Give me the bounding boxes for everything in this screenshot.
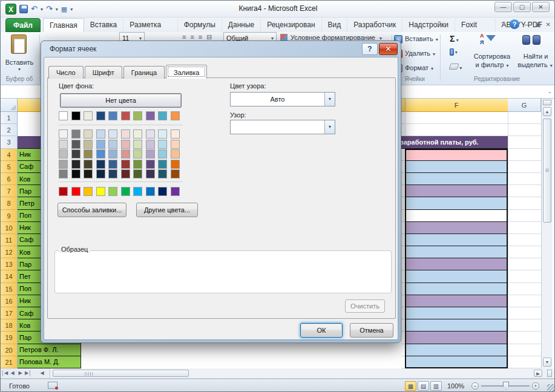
scroll-down-icon[interactable]: ▼ <box>543 358 551 367</box>
cell-f9[interactable] <box>405 210 508 222</box>
row-header[interactable]: 9 <box>1 210 18 222</box>
cancel-button[interactable]: Отмена <box>350 323 393 338</box>
color-swatch[interactable] <box>133 169 142 178</box>
dialog-help-icon[interactable]: ? <box>362 43 378 55</box>
tab-file[interactable]: Файл <box>5 18 41 32</box>
color-swatch[interactable] <box>108 111 117 120</box>
tab-split-handle[interactable] <box>547 370 552 377</box>
prev-sheet-icon[interactable]: ◀ <box>8 368 16 378</box>
dialog-tab-Граница[interactable]: Граница <box>123 66 165 79</box>
cell-f8[interactable] <box>405 197 508 209</box>
color-swatch[interactable] <box>96 140 105 149</box>
next-sheet-icon[interactable]: ▶ <box>16 368 24 378</box>
color-swatch[interactable] <box>84 169 93 178</box>
combo-arrow-icon[interactable] <box>324 93 335 106</box>
row-header[interactable]: 16 <box>1 295 18 307</box>
cell-f11[interactable] <box>405 234 508 246</box>
color-swatch[interactable] <box>71 187 80 196</box>
paste-dropdown-icon[interactable]: ▾ <box>2 67 37 72</box>
ribbon-tab-Формулы[interactable]: Формулы <box>178 18 222 32</box>
color-swatch[interactable] <box>133 129 142 139</box>
color-swatch[interactable] <box>171 111 180 120</box>
cell-f16[interactable] <box>405 295 508 307</box>
title-bar[interactable]: X ↶▾ ↷▾ ▦ ▾ Книга4 - Microsoft Excel — ▢… <box>1 1 555 18</box>
row-header[interactable]: 8 <box>1 197 18 209</box>
help-icon[interactable]: ? <box>510 19 519 29</box>
view-normal-button[interactable]: ▦ <box>405 381 416 391</box>
row-header[interactable]: 5 <box>1 161 18 173</box>
cell-f21[interactable] <box>405 356 508 368</box>
ribbon-tab-Вид[interactable]: Вид <box>322 18 348 32</box>
workbook-close-icon[interactable]: ✕ <box>546 21 551 28</box>
color-swatch[interactable] <box>171 149 180 158</box>
color-swatch[interactable] <box>133 149 142 158</box>
sort-filter-button[interactable]: и фильтр <box>465 61 519 68</box>
color-swatch[interactable] <box>96 149 105 158</box>
color-swatch[interactable] <box>71 149 80 158</box>
cell-f20[interactable] <box>405 344 508 356</box>
row-header[interactable]: 6 <box>1 173 18 185</box>
row-header[interactable]: 2 <box>1 124 18 136</box>
scroll-up-icon[interactable]: ▲ <box>543 107 551 116</box>
more-colors-button[interactable]: Другие цвета... <box>136 203 198 217</box>
pattern-color-combo[interactable]: Авто <box>230 92 335 106</box>
color-swatch[interactable] <box>96 187 105 196</box>
color-swatch[interactable] <box>84 160 93 169</box>
vertical-scroll-thumb[interactable] <box>543 119 551 223</box>
ribbon-collapse-icon[interactable]: ⌃ <box>501 21 505 27</box>
color-swatch[interactable] <box>59 169 68 178</box>
zoom-level-label[interactable]: 100% <box>447 382 464 390</box>
last-sheet-icon[interactable]: ▶│ <box>24 368 32 378</box>
color-swatch[interactable] <box>121 111 130 120</box>
color-swatch[interactable] <box>59 160 68 169</box>
cells-format-button[interactable]: Формат <box>405 64 433 71</box>
clear-icon[interactable]: ▾ <box>450 64 462 71</box>
scroll-right-icon[interactable]: ▶ <box>534 370 542 377</box>
ribbon-tab-Данные[interactable]: Данные <box>222 18 261 32</box>
row-header[interactable]: 19 <box>1 332 18 344</box>
resize-grip[interactable] <box>547 384 554 391</box>
autosum-icon[interactable]: Σ ▾ <box>450 34 459 44</box>
color-swatch[interactable] <box>96 169 105 178</box>
pattern-combo[interactable] <box>230 120 335 134</box>
row-header[interactable]: 1 <box>1 112 18 124</box>
ribbon-tab-Foxit PDF[interactable]: Foxit PDF <box>455 18 496 32</box>
no-color-button[interactable]: Нет цвета <box>60 93 182 108</box>
color-swatch[interactable] <box>108 129 117 139</box>
macro-record-icon[interactable] <box>48 382 57 389</box>
color-swatch[interactable] <box>59 111 68 120</box>
ribbon-tab-Вставка[interactable]: Вставка <box>84 18 124 32</box>
color-swatch[interactable] <box>133 111 142 120</box>
fill-effects-button[interactable]: Способы заливки... <box>57 203 126 217</box>
cell-f15[interactable] <box>405 283 508 295</box>
cell-f14[interactable] <box>405 270 508 283</box>
select-all-corner[interactable] <box>1 99 18 112</box>
formula-bar-expand-icon[interactable]: ⌄ <box>547 88 552 94</box>
ribbon-tab-Разметка стра[interactable]: Разметка стра <box>123 18 177 32</box>
dialog-tab-Заливка[interactable]: Заливка <box>166 65 207 79</box>
color-swatch[interactable] <box>146 169 155 178</box>
workbook-minimize-icon[interactable]: — <box>524 21 530 28</box>
zoom-slider-handle[interactable] <box>503 382 509 390</box>
row-header[interactable]: 20 <box>1 344 18 356</box>
color-swatch[interactable] <box>171 169 180 178</box>
color-swatch[interactable] <box>133 160 142 169</box>
color-swatch[interactable] <box>158 187 167 196</box>
color-swatch[interactable] <box>146 149 155 158</box>
find-select-button[interactable]: выделить <box>516 61 554 68</box>
color-swatch[interactable] <box>108 160 117 169</box>
workbook-restore-icon[interactable]: ▣ <box>535 21 540 28</box>
color-swatch[interactable] <box>146 129 155 139</box>
minimize-button[interactable]: — <box>494 2 512 12</box>
view-page-break-button[interactable]: ▥ <box>430 381 442 391</box>
find-select-line1[interactable]: Найти и <box>519 53 553 60</box>
color-swatch[interactable] <box>146 140 155 149</box>
color-swatch[interactable] <box>121 129 130 139</box>
scrollbar-split-handle[interactable] <box>543 100 551 105</box>
color-swatch[interactable] <box>158 129 167 139</box>
row-header[interactable]: 4 <box>1 149 18 161</box>
view-page-layout-button[interactable]: ▤ <box>418 381 429 391</box>
color-swatch[interactable] <box>133 187 142 196</box>
maximize-button[interactable]: ▢ <box>513 2 531 12</box>
color-swatch[interactable] <box>158 169 167 178</box>
